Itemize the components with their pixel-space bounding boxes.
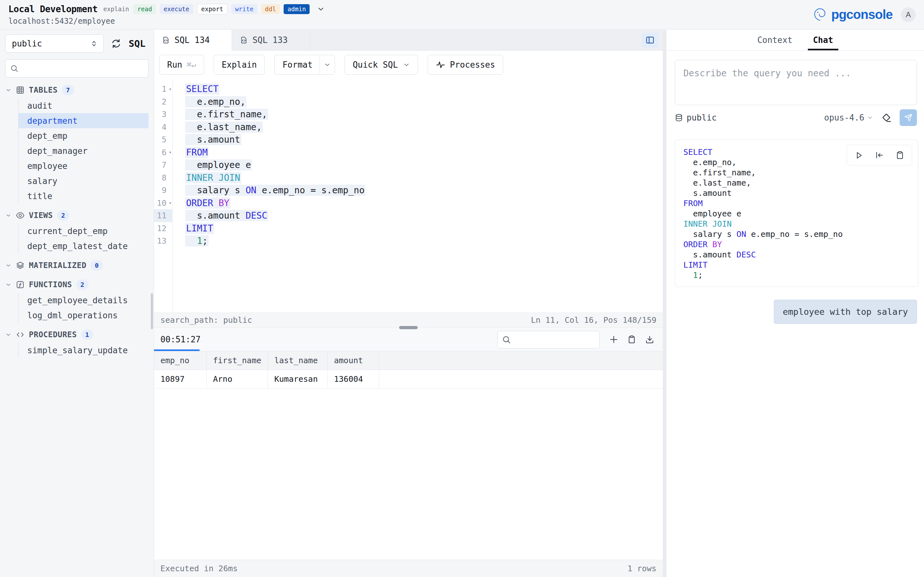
run-snippet-icon[interactable] <box>854 150 864 160</box>
section-items: get_employee_detailslog_dml_operations <box>18 293 149 323</box>
clear-chat-icon[interactable] <box>881 112 892 123</box>
layers-icon <box>16 261 25 270</box>
gutter-line-4[interactable]: 4 <box>154 121 172 134</box>
eye-icon <box>16 211 25 220</box>
format-button[interactable]: Format <box>274 55 335 75</box>
connection-menu-chevron-icon[interactable] <box>317 5 325 13</box>
fold-arrow-icon[interactable]: ▾ <box>169 200 172 206</box>
sidebar-item-current_dept_emp[interactable]: current_dept_emp <box>19 223 149 239</box>
search-icon <box>10 64 19 73</box>
section-items: auditdepartmentdept_empdept_manageremplo… <box>18 98 149 203</box>
send-button[interactable] <box>900 109 917 126</box>
fold-arrow-icon[interactable]: ▾ <box>169 86 172 92</box>
env-tag-explain: explain <box>103 4 129 14</box>
sidebar-item-salary[interactable]: salary <box>19 173 149 189</box>
gutter-line-9[interactable]: 9 <box>154 184 172 197</box>
editor-tab-sql-134[interactable]: SQL 134 <box>154 30 232 50</box>
gutter-line-1[interactable]: 1▾ <box>154 83 172 95</box>
insert-into-editor-icon[interactable] <box>875 150 884 160</box>
download-results-icon[interactable] <box>645 335 654 344</box>
sidebar-item-audit[interactable]: audit <box>19 98 149 113</box>
editor-statusbar: search_path: public Ln 11, Col 16, Pos 1… <box>154 313 663 327</box>
tab-chat[interactable]: Chat <box>811 30 835 50</box>
table-cell: 136004 <box>328 370 379 388</box>
results-table: emp_nofirst_namelast_nameamount10897Arno… <box>154 351 663 388</box>
sidebar-item-log_dml_operations[interactable]: log_dml_operations <box>19 308 149 323</box>
sql-editor[interactable]: 1▾23456▾78910▾111213 SELECT e.emp_no, e.… <box>154 79 663 313</box>
fold-arrow-icon[interactable]: ▾ <box>169 149 172 155</box>
sidebar-search[interactable] <box>5 59 149 77</box>
table-cell: 10897 <box>154 370 207 388</box>
format-dropdown[interactable] <box>320 55 334 74</box>
results-search[interactable] <box>497 331 599 348</box>
section-header-procedures[interactable]: PROCEDURES1 <box>5 327 149 342</box>
gutter-line-3[interactable]: 3 <box>154 108 172 121</box>
avatar[interactable]: A <box>901 7 916 22</box>
section-header-views[interactable]: VIEWS2 <box>5 208 149 223</box>
sidebar-item-employee[interactable]: employee <box>19 158 149 173</box>
refresh-icon[interactable] <box>111 38 121 49</box>
sidebar-item-department[interactable]: department <box>19 113 149 128</box>
add-tab-icon[interactable] <box>609 335 619 344</box>
section-header-tables[interactable]: TABLES7 <box>5 83 149 97</box>
editor-tab-sql-133[interactable]: SQL 133 <box>232 30 310 50</box>
gutter-line-2[interactable]: 2 <box>154 95 172 108</box>
sidebar-item-simple_salary_update[interactable]: simple_salary_update <box>19 343 149 358</box>
permission-tags: explainreadexecuteexportwriteddladmin <box>103 4 310 15</box>
section-label: PROCEDURES <box>29 330 77 339</box>
model-select[interactable]: opus-4.6 <box>824 113 873 122</box>
section-count-badge: 2 <box>76 279 89 290</box>
code-line-12: LIMIT <box>185 222 365 235</box>
gutter-line-8[interactable]: 8 <box>154 171 172 184</box>
sidebar-item-get_employee_details[interactable]: get_employee_details <box>19 293 149 308</box>
gutter-line-5[interactable]: 5 <box>154 133 172 146</box>
row-count: 1 rows <box>628 564 656 573</box>
chat-schema-context[interactable]: public <box>675 113 717 122</box>
editor-code[interactable]: SELECT e.emp_no, e.first_name, e.last_na… <box>173 79 365 313</box>
section-count-badge: 1 <box>81 330 94 340</box>
chat-prompt-input[interactable] <box>675 60 917 105</box>
connection-title: Local Development <box>8 4 97 15</box>
connection-host: localhost:5432/employee <box>8 17 325 26</box>
section-label: MATERIALIZED <box>29 261 86 270</box>
schema-select[interactable]: public <box>5 34 103 53</box>
gutter-line-13[interactable]: 13 <box>154 235 172 247</box>
send-plane-icon <box>904 113 913 122</box>
code-line-4: e.last_name, <box>683 177 909 188</box>
gutter-line-7[interactable]: 7 <box>154 159 172 171</box>
sidebar-item-dept_manager[interactable]: dept_manager <box>19 143 149 158</box>
gutter-line-10[interactable]: 10▾ <box>154 197 172 210</box>
column-header-emp_no: emp_no <box>154 351 207 370</box>
sidebar-scrollbar[interactable] <box>151 293 153 329</box>
run-button[interactable]: Run ⌘↵ <box>159 55 204 75</box>
explain-button[interactable]: Explain <box>214 55 265 75</box>
section-header-materialized[interactable]: MATERIALIZED0 <box>5 258 149 273</box>
panel-divider[interactable] <box>663 30 666 577</box>
processes-button[interactable]: Processes <box>428 55 503 75</box>
sidebar-item-title[interactable]: title <box>19 189 149 203</box>
quick-sql-button[interactable]: Quick SQL <box>344 55 418 75</box>
code-line-2: e.emp_no, <box>185 95 365 108</box>
tab-label: SQL 134 <box>174 35 210 45</box>
sidebar-item-dept_emp_latest_date[interactable]: dept_emp_latest_date <box>19 239 149 253</box>
sql-mode-label[interactable]: SQL <box>129 38 145 49</box>
sidebar-item-dept_emp[interactable]: dept_emp <box>19 128 149 143</box>
app-header: Local Development explainreadexecuteexpo… <box>0 0 924 29</box>
gutter-line-11[interactable]: 11 <box>154 210 172 222</box>
gutter-line-6[interactable]: 6▾ <box>154 146 172 159</box>
code-line-3: e.first_name, <box>185 108 365 121</box>
table-header-row: emp_nofirst_namelast_nameamount <box>154 351 663 370</box>
panel-resize-handle[interactable] <box>399 326 418 329</box>
section-header-functions[interactable]: FUNCTIONS2 <box>5 277 149 292</box>
gutter-line-12[interactable]: 12 <box>154 222 172 235</box>
table-filler <box>379 370 663 388</box>
results-search-input[interactable] <box>514 335 612 344</box>
tab-context[interactable]: Context <box>755 30 795 50</box>
code-line-4: e.last_name, <box>185 121 365 134</box>
copy-snippet-icon[interactable] <box>895 150 905 160</box>
copy-results-icon[interactable] <box>627 335 636 344</box>
env-tag-execute: execute <box>160 4 193 14</box>
sidebar-search-input[interactable] <box>22 64 144 73</box>
result-timer-tab[interactable]: 00:51:27 <box>154 327 207 351</box>
split-view-button[interactable] <box>642 33 658 47</box>
